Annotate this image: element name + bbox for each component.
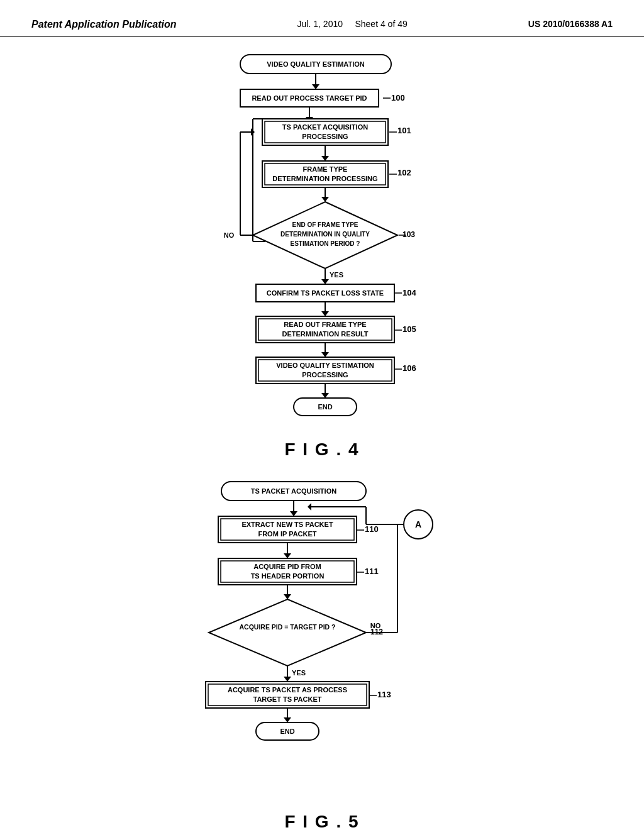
svg-text:DETERMINATION IN QUALITY: DETERMINATION IN QUALITY: [280, 231, 370, 238]
svg-text:103: 103: [402, 230, 415, 239]
svg-text:DETERMINATION PROCESSING: DETERMINATION PROCESSING: [272, 175, 377, 182]
svg-marker-56: [321, 352, 329, 357]
svg-text:ACQUIRE TS PACKET AS PROCESS: ACQUIRE TS PACKET AS PROCESS: [228, 686, 347, 694]
sheet-info: Sheet 4 of 49: [355, 19, 407, 29]
svg-text:END OF FRAME TYPE: END OF FRAME TYPE: [292, 221, 358, 228]
svg-marker-84: [284, 553, 291, 558]
svg-text:END: END: [318, 403, 332, 411]
svg-text:ACQUIRE PID = TARGET PID ?: ACQUIRE PID = TARGET PID ?: [240, 623, 336, 631]
svg-text:TS PACKET ACQUISITION: TS PACKET ACQUISITION: [282, 123, 368, 131]
svg-text:NO: NO: [224, 231, 235, 239]
svg-text:YES: YES: [330, 271, 343, 279]
svg-text:DETERMINATION RESULT: DETERMINATION RESULT: [282, 330, 368, 338]
svg-marker-48: [321, 311, 329, 316]
svg-text:READ OUT FRAME TYPE: READ OUT FRAME TYPE: [284, 321, 366, 328]
svg-text:READ OUT PROCESS TARGET PID: READ OUT PROCESS TARGET PID: [252, 94, 367, 102]
svg-text:TS HEADER PORTION: TS HEADER PORTION: [251, 572, 325, 580]
svg-text:102: 102: [397, 168, 411, 177]
svg-text:PROCESSING: PROCESSING: [302, 371, 348, 379]
svg-text:VIDEO QUALITY ESTIMATION: VIDEO QUALITY ESTIMATION: [267, 60, 364, 68]
svg-text:A: A: [415, 519, 421, 529]
svg-marker-110: [284, 717, 291, 722]
fig5-label: F I G . 5: [0, 812, 644, 830]
svg-text:101: 101: [397, 126, 411, 135]
svg-text:105: 105: [402, 324, 416, 334]
svg-marker-70: [290, 511, 297, 516]
svg-text:113: 113: [377, 690, 391, 699]
svg-text:PROCESSING: PROCESSING: [302, 133, 348, 140]
patent-number: US 2010/0166388 A1: [528, 19, 613, 29]
svg-marker-20: [321, 156, 329, 161]
svg-text:111: 111: [365, 567, 379, 576]
svg-text:ACQUIRE PID FROM: ACQUIRE PID FROM: [253, 563, 321, 570]
svg-marker-92: [284, 594, 291, 599]
fig4-label: F I G . 4: [0, 440, 644, 460]
fig4-diagram: VIDEO QUALITY ESTIMATION READ OUT PROCES…: [102, 43, 542, 433]
svg-marker-102: [284, 677, 291, 682]
svg-text:TS PACKET ACQUISITION: TS PACKET ACQUISITION: [251, 487, 336, 495]
page-header: Patent Application Publication Jul. 1, 2…: [0, 0, 644, 37]
fig4-section: VIDEO QUALITY ESTIMATION READ OUT PROCES…: [0, 43, 644, 460]
fig5-section: TS PACKET ACQUISITION A EXTRACT NEW TS P…: [0, 472, 644, 830]
svg-text:106: 106: [402, 363, 416, 373]
svg-text:FROM IP PACKET: FROM IP PACKET: [258, 530, 316, 538]
svg-text:FRAME TYPE: FRAME TYPE: [303, 165, 348, 173]
fig5-diagram: TS PACKET ACQUISITION A EXTRACT NEW TS P…: [102, 472, 542, 805]
svg-text:EXTRACT NEW TS PACKET: EXTRACT NEW TS PACKET: [242, 521, 333, 528]
svg-marker-93: [209, 599, 366, 666]
svg-text:END: END: [280, 728, 294, 735]
svg-text:TARGET TS PACKET: TARGET TS PACKET: [253, 695, 322, 703]
svg-text:NO: NO: [370, 622, 381, 629]
svg-text:110: 110: [365, 524, 379, 534]
svg-marker-42: [321, 279, 329, 284]
publication-date: Jul. 1, 2010: [297, 19, 343, 29]
svg-marker-28: [321, 197, 329, 202]
svg-text:104: 104: [402, 288, 416, 297]
svg-marker-64: [321, 393, 329, 398]
header-center: Jul. 1, 2010 Sheet 4 of 49: [297, 19, 408, 29]
svg-text:ESTIMATION PERIOD ?: ESTIMATION PERIOD ?: [291, 240, 360, 247]
svg-text:CONFIRM TS PACKET LOSS STATE: CONFIRM TS PACKET LOSS STATE: [267, 289, 384, 297]
svg-marker-3: [312, 84, 319, 89]
publication-title: Patent Application Publication: [31, 19, 177, 30]
svg-marker-76: [308, 503, 311, 511]
svg-text:YES: YES: [292, 669, 306, 677]
svg-text:100: 100: [391, 93, 405, 102]
svg-text:VIDEO QUALITY ESTIMATION: VIDEO QUALITY ESTIMATION: [276, 362, 374, 369]
